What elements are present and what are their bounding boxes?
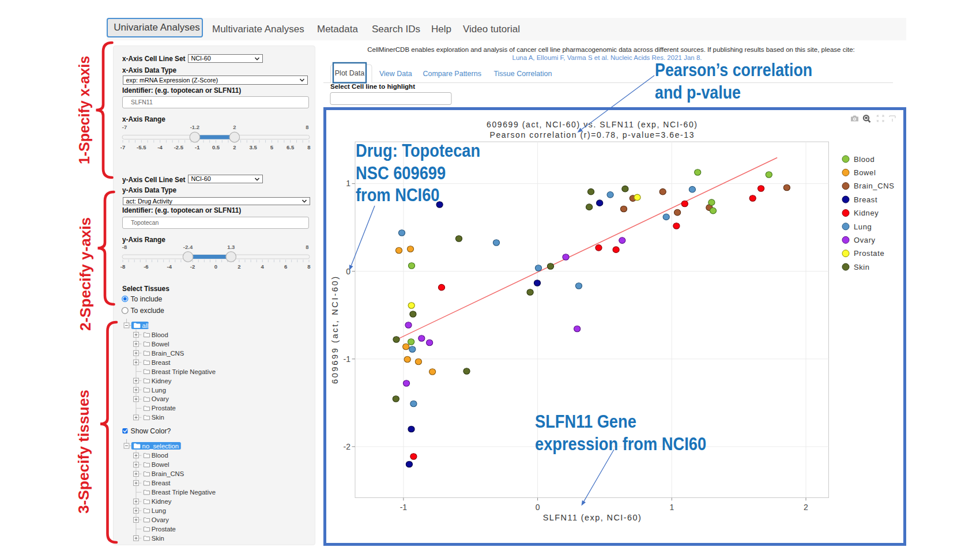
svg-text:Plot Data: Plot Data xyxy=(335,69,364,77)
svg-text:SLFN11 (exp, NCI-60): SLFN11 (exp, NCI-60) xyxy=(543,513,641,522)
svg-text:8: 8 xyxy=(307,144,310,150)
svg-text:0: 0 xyxy=(214,263,217,270)
svg-text:8: 8 xyxy=(306,124,308,130)
svg-text:609699 (act, NCI-60) vs. SLFN1: 609699 (act, NCI-60) vs. SLFN11 (exp, NC… xyxy=(487,120,697,129)
svg-text:Brain_CNS: Brain_CNS xyxy=(152,470,184,477)
svg-text:Compare Patterns: Compare Patterns xyxy=(423,70,481,78)
svg-text:Breast: Breast xyxy=(152,359,171,366)
svg-text:Ovary: Ovary xyxy=(854,236,876,244)
svg-text:Bowel: Bowel xyxy=(152,461,169,468)
svg-text:Ovary: Ovary xyxy=(152,395,169,402)
svg-text:Brain_CNS: Brain_CNS xyxy=(854,182,894,190)
svg-text:2: 2 xyxy=(804,503,808,512)
svg-text:5: 5 xyxy=(270,144,274,150)
svg-text:Pearson correlation (r)=0.78,: Pearson correlation (r)=0.78, p-value=3.… xyxy=(490,130,694,139)
svg-text:Prostate: Prostate xyxy=(854,249,884,258)
svg-text:1-Specify x-axis: 1-Specify x-axis xyxy=(76,56,92,164)
svg-text:Breast: Breast xyxy=(152,480,171,486)
svg-text:3-Specify tissues: 3-Specify tissues xyxy=(76,390,92,514)
svg-text:-4: -4 xyxy=(157,144,163,150)
svg-text:Breast Triple Negative: Breast Triple Negative xyxy=(152,368,216,375)
svg-text:1: 1 xyxy=(669,503,674,512)
svg-text:-2.4: -2.4 xyxy=(183,244,193,250)
svg-text:-7: -7 xyxy=(122,124,127,130)
svg-text:0: 0 xyxy=(536,503,540,512)
svg-text:-6: -6 xyxy=(144,263,148,270)
svg-text:Show Color?: Show Color? xyxy=(131,427,171,435)
svg-text:Breast Triple Negative: Breast Triple Negative xyxy=(152,489,216,496)
svg-text:2-Specify y-axis: 2-Specify y-axis xyxy=(77,217,93,331)
svg-text:Tissue Correlation: Tissue Correlation xyxy=(493,70,552,78)
svg-text:1: 1 xyxy=(346,179,350,188)
svg-text:2: 2 xyxy=(233,124,236,130)
svg-text:-1: -1 xyxy=(400,503,408,512)
svg-text:Select Cell line to highlight: Select Cell line to highlight xyxy=(330,83,415,90)
svg-text:-1.2: -1.2 xyxy=(190,124,199,130)
svg-text:To exclude: To exclude xyxy=(131,307,164,315)
svg-text:8: 8 xyxy=(307,263,310,270)
svg-text:Lung: Lung xyxy=(152,507,166,514)
svg-text:Bowel: Bowel xyxy=(854,168,876,177)
svg-text:-7: -7 xyxy=(120,144,125,150)
svg-text:Bowel: Bowel xyxy=(152,341,169,348)
svg-text:-2: -2 xyxy=(190,263,195,270)
svg-text:-4: -4 xyxy=(167,263,172,270)
svg-text:Skin: Skin xyxy=(152,535,164,542)
svg-text:-1: -1 xyxy=(195,144,200,150)
svg-text:Kidney: Kidney xyxy=(152,498,172,505)
svg-text:Kidney: Kidney xyxy=(854,209,879,217)
svg-text:8: 8 xyxy=(306,244,308,250)
svg-text:Lung: Lung xyxy=(854,222,872,231)
svg-text:4: 4 xyxy=(261,263,265,270)
svg-text:-2.5: -2.5 xyxy=(174,144,184,150)
svg-text:To include: To include xyxy=(131,295,163,303)
svg-text:2: 2 xyxy=(233,144,236,150)
svg-text:609699 (act, NCI-60): 609699 (act, NCI-60) xyxy=(330,277,340,384)
svg-text:3.5: 3.5 xyxy=(249,144,257,150)
svg-text:Brain_CNS: Brain_CNS xyxy=(152,350,184,357)
svg-text:-5.5: -5.5 xyxy=(137,144,146,150)
svg-text:Prostate: Prostate xyxy=(152,405,176,412)
svg-text:-8: -8 xyxy=(122,244,127,250)
svg-text:-1: -1 xyxy=(344,354,351,364)
svg-text:-8: -8 xyxy=(120,263,125,270)
svg-text:Skin: Skin xyxy=(152,414,164,421)
svg-text:6.5: 6.5 xyxy=(287,144,295,150)
svg-text:1.3: 1.3 xyxy=(227,244,235,250)
svg-text:Prostate: Prostate xyxy=(152,526,176,533)
svg-text:Blood: Blood xyxy=(152,452,168,459)
svg-text:Skin: Skin xyxy=(854,263,870,271)
svg-text:2: 2 xyxy=(238,263,240,270)
svg-text:CellMinerCDB enables explorati: CellMinerCDB enables exploration and ana… xyxy=(367,46,855,53)
svg-text:Blood: Blood xyxy=(854,155,875,164)
svg-text:View Data: View Data xyxy=(379,70,412,78)
svg-text:Blood: Blood xyxy=(152,331,168,338)
svg-text:all: all xyxy=(142,322,149,329)
svg-text:Kidney: Kidney xyxy=(152,378,172,384)
svg-text:0.5: 0.5 xyxy=(212,144,220,150)
svg-text:Breast: Breast xyxy=(854,195,877,204)
svg-text:no_selection: no_selection xyxy=(142,443,179,450)
svg-text:Ovary: Ovary xyxy=(152,516,169,523)
svg-text:6: 6 xyxy=(284,263,287,270)
svg-text:Lung: Lung xyxy=(152,387,166,394)
svg-text:-2: -2 xyxy=(344,442,351,451)
